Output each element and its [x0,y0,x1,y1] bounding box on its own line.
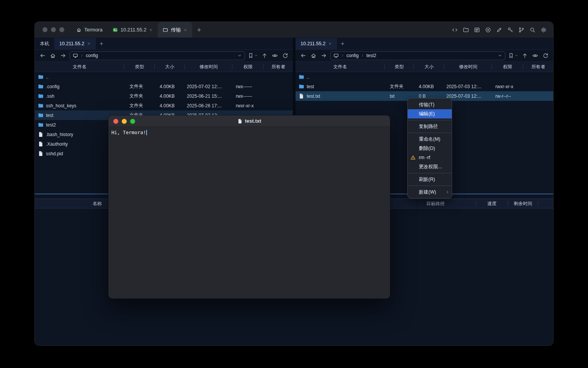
menu-item-rm-rf[interactable]: rm -rf [408,153,452,162]
new-panel-tab-button[interactable] [96,38,107,49]
close-window-button[interactable] [42,27,47,32]
tab-host[interactable]: 10.211.55.2 [108,22,158,38]
titlebar-actions [452,22,553,38]
column-header-speed[interactable]: 速度 [476,199,508,208]
notes-icon[interactable] [474,27,480,33]
tab-remote-host[interactable]: 10.211.55.2 [54,38,96,49]
close-tab-icon[interactable] [328,42,332,46]
tab-label: 10.211.55.2 [121,27,147,33]
file-row[interactable]: ssh_host_keys 文件夹 4.00KB 2025-06-26 17:.… [35,101,293,110]
column-header-modified[interactable]: 修改时间 [185,62,232,72]
new-panel-tab-button[interactable] [337,38,348,49]
column-header-type[interactable]: 类型 [124,62,155,72]
file-name: .. [46,74,49,80]
zoom-window-button[interactable] [59,27,64,32]
file-row[interactable]: .ssh 文件夹 4.00KB 2025-06-21 15:... rwx---… [35,91,293,101]
path-bar[interactable]: config test2 [330,51,505,60]
menu-item-transfer[interactable]: 传输(T) [408,100,452,109]
tab-label: 10.211.55.2 [301,41,325,46]
file-row[interactable]: .config 文件夹 4.00KB 2025-07-02 12:... rwx… [35,82,293,91]
branch-icon[interactable] [518,27,524,33]
forward-button[interactable] [59,51,67,60]
forward-button[interactable] [320,51,328,60]
window-tabs: Termora 10.211.55.2 传输 [71,22,206,38]
upload-button[interactable] [521,51,529,60]
column-header-size[interactable]: 大小 [155,62,185,72]
warning-icon [410,155,416,160]
column-header-eta[interactable]: 剩余时间 [508,199,538,208]
show-hidden-button[interactable] [271,51,279,60]
file-modified [444,72,492,82]
editor-content[interactable]: Hi, Termora! [108,127,390,299]
menu-item-edit[interactable]: 编辑(E) [408,109,452,118]
menu-separator [408,120,451,120]
context-menu: 传输(T) 编辑(E) 复制路径 重命名(M) 删除(D) rm -rf 更改权… [407,98,452,199]
home-button[interactable] [310,51,317,60]
tab-transfer[interactable]: 传输 [158,22,192,38]
column-header-owner[interactable]: 所有者 [523,62,553,72]
tab-remote-host[interactable]: 10.211.55.2 [296,38,337,49]
file-row[interactable]: .. [35,72,293,82]
file-size: 4.00KB [155,82,185,91]
tab-termora[interactable]: Termora [71,22,108,38]
show-hidden-button[interactable] [531,51,539,60]
record-icon[interactable] [485,27,491,33]
minimize-window-button[interactable] [122,119,127,124]
path-bar[interactable]: config [70,51,245,60]
key-icon[interactable] [507,27,513,33]
menu-item-change-permissions[interactable]: 更改权限... [408,162,452,171]
column-header-owner[interactable]: 所有者 [264,62,293,72]
chevron-down-icon[interactable] [498,53,502,58]
column-header-perms[interactable]: 权限 [232,62,264,72]
pencil-icon[interactable] [496,27,502,33]
menu-item-delete[interactable]: 删除(D) [408,144,452,153]
back-button[interactable] [39,51,46,60]
column-header-name[interactable]: 文件名 [35,62,124,72]
column-header-perms[interactable]: 权限 [492,62,523,72]
file-name: .ssh [46,94,54,99]
search-icon[interactable] [529,27,536,33]
file-name: ssh_host_keys [46,103,76,108]
file-type [124,72,155,82]
file-row[interactable]: test 文件夹 4.00KB 2025-07-03 12:... rwxr-x… [296,82,553,91]
chevron-down-icon [254,54,258,58]
column-header-size[interactable]: 大小 [414,62,444,72]
refresh-button[interactable] [281,51,289,60]
bookmark-button[interactable] [508,53,518,59]
chevron-down-icon[interactable] [237,53,242,58]
breadcrumb-segment[interactable]: config [346,53,359,58]
tab-label: 传输 [171,26,181,33]
upload-button[interactable] [261,51,268,60]
breadcrumb-segment[interactable]: config [86,53,98,58]
column-header-modified[interactable]: 修改时间 [444,62,492,72]
close-window-button[interactable] [113,119,118,124]
breadcrumb-segment[interactable]: test2 [366,53,376,58]
column-header-type[interactable]: 类型 [385,62,414,72]
minimize-window-button[interactable] [51,27,56,32]
new-tab-button[interactable] [192,22,206,38]
menu-item-new[interactable]: 新建(W) [408,187,452,197]
folder-icon [38,74,44,80]
menu-item-copy-path[interactable]: 复制路径 [408,122,452,131]
home-button[interactable] [49,51,57,60]
menu-separator [408,173,451,173]
chevron-right-icon [80,54,84,58]
file-modified: 2025-07-03 12:... [444,82,492,91]
folder-icon[interactable] [463,27,469,33]
back-button[interactable] [299,51,307,60]
bookmark-button[interactable] [248,53,258,59]
zoom-window-button[interactable] [130,119,135,124]
close-tab-icon[interactable] [183,28,187,32]
column-header-target-path[interactable]: 目标路径 [395,199,476,208]
settings-icon[interactable] [541,27,547,33]
refresh-button[interactable] [542,51,549,60]
column-header-name[interactable]: 文件名 [296,62,385,72]
code-icon[interactable] [452,27,458,33]
close-tab-icon[interactable] [87,42,91,46]
file-modified: 2025-07-02 12:... [185,82,232,91]
tab-local[interactable]: 本机 [35,38,54,49]
file-row[interactable]: .. [296,72,553,82]
close-tab-icon[interactable] [149,28,153,32]
menu-item-rename[interactable]: 重命名(M) [408,135,452,144]
menu-item-refresh[interactable]: 刷新(R) [408,175,452,184]
